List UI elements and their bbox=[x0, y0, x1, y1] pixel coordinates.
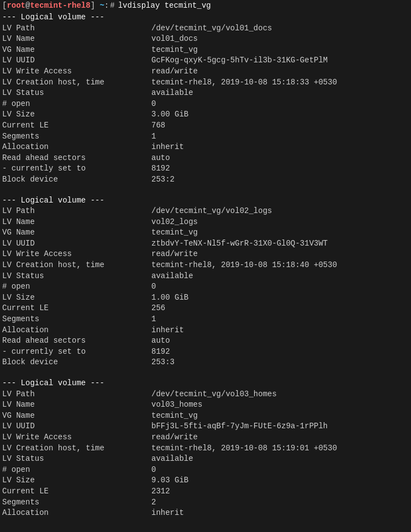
lv-field-key: LV Size bbox=[2, 292, 151, 304]
lv-field-key: LV UUID bbox=[2, 55, 151, 66]
lv-field-value: 0 bbox=[151, 465, 156, 476]
lv-field-key: LV Name bbox=[2, 34, 151, 45]
lv-field-line: LV UUIDbFFj3L-5fti-aqBf-7yJm-FUtE-6z9a-1… bbox=[2, 421, 409, 432]
lv-field-value: tecmint_vg bbox=[151, 45, 198, 56]
lv-field-key: LV Status bbox=[2, 454, 151, 465]
prompt-symbol: # bbox=[110, 1, 114, 10]
lv-field-line: Allocationinherit bbox=[2, 142, 409, 153]
lv-field-key: # open bbox=[2, 281, 151, 292]
lv-field-key: VG Name bbox=[2, 227, 151, 238]
lv-field-line: Read ahead sectorsauto bbox=[2, 336, 409, 347]
lv-field-line: # open0 bbox=[2, 281, 409, 292]
lv-field-line: Block device253:3 bbox=[2, 357, 409, 368]
lv-field-key: Segments bbox=[2, 131, 151, 142]
lv-field-value: 3.00 GiB bbox=[151, 109, 188, 120]
lv-field-key: Segments bbox=[2, 314, 151, 325]
lv-field-value: tecmint-rhel8, 2019-10-08 15:18:40 +0530 bbox=[151, 260, 337, 271]
lv-field-value: tecmint-rhel8, 2019-10-08 15:18:33 +0530 bbox=[151, 77, 337, 88]
lv-field-key: Read ahead sectors bbox=[2, 336, 151, 347]
lv-field-value: 0 bbox=[151, 281, 156, 292]
prompt-path bbox=[95, 1, 99, 10]
lv-field-value: ztbdvY-TeNX-Nl5f-wGrR-31X0-Gl0Q-31V3WT bbox=[151, 238, 328, 249]
lv-field-value: 2 bbox=[151, 497, 156, 508]
lv-field-line: Allocationinherit bbox=[2, 508, 409, 519]
lv-field-value: 253:3 bbox=[151, 357, 175, 368]
lv-field-value: 768 bbox=[151, 120, 165, 131]
lv-field-value: /dev/tecmint_vg/vol01_docs bbox=[151, 23, 272, 34]
lv-field-key: LV Path bbox=[2, 389, 151, 400]
lv-field-key: Allocation bbox=[2, 508, 151, 519]
lv-field-key: LV Creation host, time bbox=[2, 443, 151, 454]
lv-field-value: read/write bbox=[151, 432, 198, 443]
lv-field-key: Current LE bbox=[2, 120, 151, 131]
lv-field-key: LV Name bbox=[2, 400, 151, 411]
lv-field-line: - currently set to8192 bbox=[2, 347, 409, 358]
lv-field-line: LV Namevol01_docs bbox=[2, 34, 409, 45]
lv-field-key: LV UUID bbox=[2, 238, 151, 249]
lv-field-value: available bbox=[151, 454, 193, 465]
lv-field-line: LV Path/dev/tecmint_vg/vol01_docs bbox=[2, 23, 409, 34]
lv-field-line: Current LE768 bbox=[2, 120, 409, 131]
bracket-open: [ bbox=[2, 1, 7, 10]
lv-field-key: LV UUID bbox=[2, 421, 151, 432]
lv-field-key: LV Status bbox=[2, 88, 151, 99]
lv-field-line: Block device253:2 bbox=[2, 174, 409, 185]
lv-field-line: LV Write Accessread/write bbox=[2, 249, 409, 260]
lv-field-value: 0 bbox=[151, 99, 156, 110]
lv-field-key: LV Size bbox=[2, 109, 151, 120]
lv-field-value: 1 bbox=[151, 314, 156, 325]
lv-field-line: LV Namevol02_logs bbox=[2, 217, 409, 228]
lv-field-line: Current LE2312 bbox=[2, 486, 409, 497]
lv-field-key: Current LE bbox=[2, 303, 151, 314]
lv-field-value: bFFj3L-5fti-aqBf-7yJm-FUtE-6z9a-1rPPlh bbox=[151, 421, 328, 432]
lv-field-key: LV Write Access bbox=[2, 432, 151, 443]
lv-field-value: 9.03 GiB bbox=[151, 475, 188, 486]
lv-field-value: /dev/tecmint_vg/vol03_homes bbox=[151, 389, 277, 400]
lv-field-line: LV Statusavailable bbox=[2, 271, 409, 282]
lv-field-key: LV Path bbox=[2, 206, 151, 217]
lv-field-line: Current LE256 bbox=[2, 303, 409, 314]
lv-field-key: LV Creation host, time bbox=[2, 77, 151, 88]
lv-field-key: VG Name bbox=[2, 45, 151, 56]
prompt-user: root bbox=[7, 1, 25, 10]
lv-field-key: LV Write Access bbox=[2, 249, 151, 260]
lv-field-value: inherit bbox=[151, 508, 184, 519]
lv-field-value: inherit bbox=[151, 325, 184, 336]
lv-field-value: 256 bbox=[151, 303, 165, 314]
lv-field-line: LV Creation host, timetecmint-rhel8, 201… bbox=[2, 77, 409, 88]
lv-field-value: tecmint-rhel8, 2019-10-08 15:19:01 +0530 bbox=[151, 443, 337, 454]
lv-field-value: auto bbox=[151, 336, 170, 347]
lv-field-value: 253:2 bbox=[151, 174, 175, 185]
lv-field-line: LV Write Accessread/write bbox=[2, 432, 409, 443]
lv-field-value: vol01_docs bbox=[151, 34, 198, 45]
lv-field-line: LV Namevol03_homes bbox=[2, 400, 409, 411]
lv-header-text: --- Logical volume --- bbox=[2, 195, 104, 206]
lv-field-value: vol03_homes bbox=[151, 400, 202, 411]
lv-header: --- Logical volume --- bbox=[2, 12, 409, 23]
lv-field-line: LV Creation host, timetecmint-rhel8, 201… bbox=[2, 443, 409, 454]
lv-header: --- Logical volume --- bbox=[2, 378, 409, 389]
lv-field-key: Allocation bbox=[2, 325, 151, 336]
lv-field-line: LV UUIDztbdvY-TeNX-Nl5f-wGrR-31X0-Gl0Q-3… bbox=[2, 238, 409, 249]
bracket-close: ] bbox=[91, 1, 95, 10]
lv-field-line: VG Nametecmint_vg bbox=[2, 45, 409, 56]
lv-field-line: LV Statusavailable bbox=[2, 88, 409, 99]
lv-field-value: 2312 bbox=[151, 486, 170, 497]
lv-field-line: LV Path/dev/tecmint_vg/vol02_logs bbox=[2, 206, 409, 217]
lv-field-value: tecmint_vg bbox=[151, 227, 198, 238]
lv-field-line: LV Size1.00 GiB bbox=[2, 292, 409, 304]
lv-field-line: LV Size9.03 GiB bbox=[2, 475, 409, 486]
lv-header-text: --- Logical volume --- bbox=[2, 12, 104, 23]
blank-line bbox=[2, 185, 409, 195]
lv-field-line: VG Nametecmint_vg bbox=[2, 227, 409, 238]
lv-field-line: Segments1 bbox=[2, 314, 409, 325]
lv-field-key: - currently set to bbox=[2, 347, 151, 358]
lv-field-key: # open bbox=[2, 465, 151, 476]
lv-field-key: LV Write Access bbox=[2, 66, 151, 77]
lv-field-line: - currently set to8192 bbox=[2, 163, 409, 174]
lv-field-value: vol02_logs bbox=[151, 217, 198, 228]
lv-field-key: LV Path bbox=[2, 23, 151, 34]
lv-field-line: # open0 bbox=[2, 99, 409, 110]
lv-field-key: Read ahead sectors bbox=[2, 153, 151, 164]
lv-field-key: LV Name bbox=[2, 217, 151, 228]
